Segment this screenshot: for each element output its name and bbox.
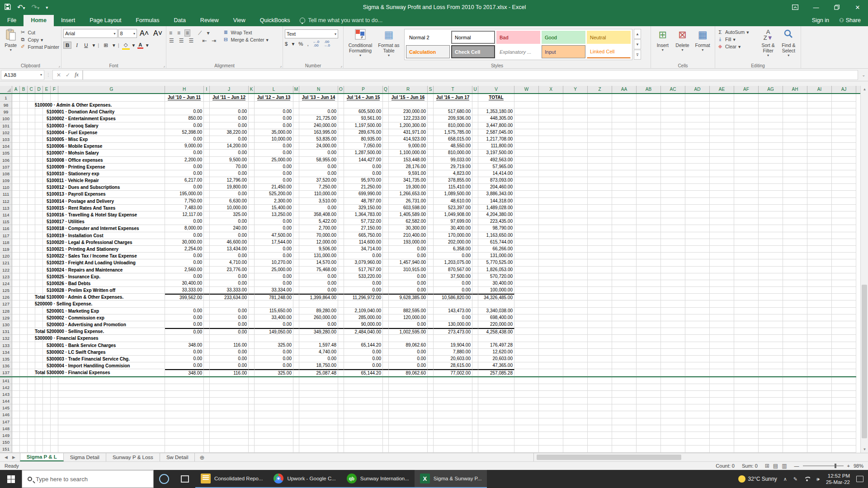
cell[interactable] — [472, 439, 478, 446]
cell[interactable] — [428, 157, 434, 164]
row-header-103[interactable]: 103 — [0, 136, 12, 143]
cell[interactable] — [685, 342, 710, 349]
cell[interactable] — [43, 384, 51, 391]
cell[interactable] — [383, 439, 389, 446]
cell[interactable] — [759, 122, 783, 129]
cell[interactable] — [428, 321, 434, 328]
cell[interactable] — [832, 267, 856, 273]
cell[interactable] — [383, 108, 389, 115]
cell[interactable] — [12, 328, 20, 335]
cell[interactable] — [783, 136, 807, 143]
cell[interactable]: 26,731.00 — [389, 198, 428, 205]
cell[interactable] — [20, 205, 28, 211]
cell[interactable] — [383, 115, 389, 122]
cell[interactable]: 3,079,960.00 — [344, 259, 383, 266]
cell[interactable] — [428, 94, 434, 102]
cell[interactable] — [637, 259, 661, 266]
cell[interactable] — [807, 232, 832, 239]
cell[interactable] — [428, 384, 434, 391]
cell[interactable] — [759, 205, 783, 211]
paste-button[interactable]: Paste ▾ — [2, 27, 20, 52]
cell[interactable] — [807, 342, 832, 349]
cell[interactable] — [478, 300, 514, 307]
cell[interactable] — [428, 150, 434, 156]
cell[interactable]: 66,266.00 — [478, 246, 514, 253]
cell[interactable] — [344, 446, 383, 452]
cell[interactable] — [20, 211, 28, 218]
cell[interactable] — [338, 287, 344, 294]
cell[interactable] — [685, 177, 710, 184]
cell[interactable] — [514, 446, 539, 452]
cell[interactable]: 0.00 — [210, 349, 249, 356]
cell[interactable] — [255, 391, 293, 398]
cell[interactable]: 89,062.60 — [389, 342, 428, 349]
cell[interactable] — [249, 136, 255, 143]
cell[interactable] — [807, 439, 832, 446]
cell[interactable] — [338, 398, 344, 404]
cell[interactable] — [612, 205, 637, 211]
cell[interactable]: 3,886,343.00 — [478, 191, 514, 197]
cell[interactable] — [588, 362, 612, 369]
cell[interactable] — [637, 411, 661, 418]
cell[interactable] — [661, 294, 685, 300]
start-button[interactable] — [0, 470, 22, 488]
cell[interactable] — [783, 94, 807, 102]
cell[interactable] — [734, 287, 759, 294]
cell[interactable] — [807, 157, 832, 164]
cell[interactable] — [612, 404, 637, 411]
cell[interactable] — [783, 232, 807, 239]
cell[interactable] — [20, 253, 28, 259]
cell[interactable] — [710, 129, 734, 136]
cell[interactable] — [428, 267, 434, 273]
cell[interactable] — [35, 362, 43, 369]
cell[interactable]: 4,823.00 — [434, 170, 472, 177]
cell[interactable] — [588, 177, 612, 184]
cell[interactable] — [637, 308, 661, 314]
cell[interactable]: 329,150.00 — [344, 205, 383, 211]
cell[interactable] — [51, 94, 58, 102]
cell[interactable] — [478, 384, 514, 391]
cell[interactable] — [612, 418, 637, 425]
cell[interactable] — [249, 432, 255, 439]
cell[interactable] — [12, 418, 20, 425]
cell[interactable] — [759, 321, 783, 328]
cell[interactable] — [249, 218, 255, 225]
cell[interactable] — [204, 157, 210, 164]
cell[interactable] — [588, 102, 612, 108]
cell[interactable] — [338, 432, 344, 439]
cell[interactable] — [20, 321, 28, 328]
minimize-button[interactable]: — — [806, 0, 826, 14]
cell[interactable] — [612, 150, 637, 156]
cell[interactable]: 33,333.00 — [210, 287, 249, 294]
cell[interactable] — [539, 164, 563, 170]
cell[interactable] — [383, 404, 389, 411]
cell[interactable] — [807, 191, 832, 197]
cell[interactable]: 781,248.00 — [255, 294, 293, 300]
cell[interactable] — [20, 225, 28, 232]
cell[interactable] — [783, 115, 807, 122]
cell[interactable]: 202,000.00 — [434, 239, 472, 246]
cell[interactable] — [428, 439, 434, 446]
cell[interactable]: 0.00 — [210, 150, 249, 156]
cell[interactable]: 0.00 — [165, 356, 204, 362]
cell[interactable] — [612, 191, 637, 197]
cell[interactable] — [807, 267, 832, 273]
cell[interactable] — [472, 170, 478, 177]
cell[interactable] — [563, 356, 588, 362]
cell[interactable] — [661, 425, 685, 432]
cell[interactable] — [338, 246, 344, 253]
cell[interactable] — [807, 384, 832, 391]
cell[interactable] — [204, 321, 210, 328]
cell[interactable] — [20, 287, 28, 294]
orientation-icon[interactable]: ⟋ — [197, 30, 203, 36]
cell[interactable] — [210, 411, 249, 418]
increase-font-icon[interactable]: A˄ — [138, 29, 151, 38]
cell[interactable] — [807, 122, 832, 129]
cell[interactable] — [383, 446, 389, 452]
cell[interactable] — [293, 259, 299, 266]
cell[interactable] — [807, 369, 832, 376]
cell[interactable] — [434, 439, 472, 446]
cell[interactable] — [710, 170, 734, 177]
cell[interactable] — [661, 362, 685, 369]
cell[interactable] — [661, 198, 685, 205]
